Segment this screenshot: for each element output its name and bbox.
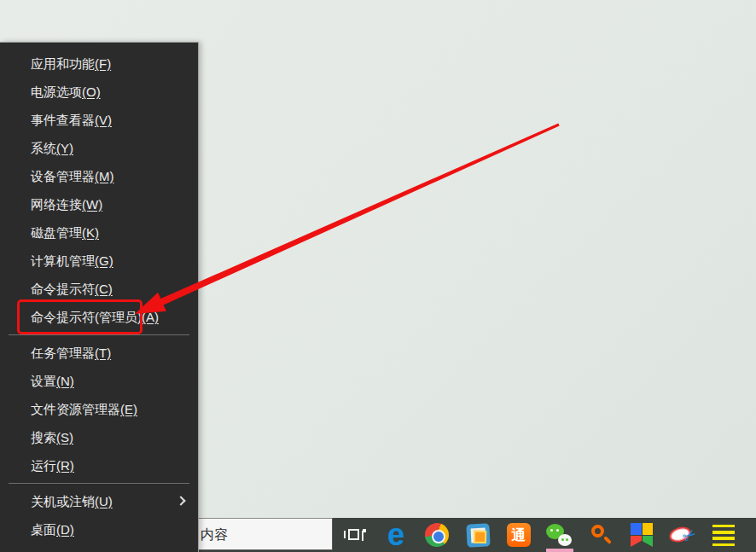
menu-item-R[interactable]: 运行(R) xyxy=(0,451,198,479)
wechat-active-indicator xyxy=(546,549,573,552)
wechat-button[interactable] xyxy=(539,518,580,552)
desktop: { "menu": { "items": [ {"type":"item","l… xyxy=(0,0,756,552)
menu-item-O[interactable]: 电源选项(O) xyxy=(0,78,198,106)
task-view-icon xyxy=(344,526,366,543)
colorful-tiles-icon xyxy=(631,523,653,547)
menu-item-G[interactable]: 计算机管理(G) xyxy=(0,247,198,275)
vmware-button[interactable] xyxy=(457,518,498,552)
winx-menu: 应用和功能(F)电源选项(O)事件查看器(V)系统(Y)设备管理器(M)网络连接… xyxy=(0,42,199,552)
tong-app-button[interactable]: 通 xyxy=(498,518,539,552)
menu-item-S[interactable]: 搜索(S) xyxy=(0,423,198,451)
menu-item-M[interactable]: 设备管理器(M) xyxy=(0,162,198,190)
menu-item-V[interactable]: 事件查看器(V) xyxy=(0,106,198,134)
yellow-lines-icon xyxy=(712,525,735,546)
wechat-icon xyxy=(546,524,573,546)
search-placeholder-text: 内容 xyxy=(201,526,228,544)
menu-separator xyxy=(9,483,189,484)
edge-button[interactable]: e xyxy=(375,518,416,552)
menu-item-K[interactable]: 磁盘管理(K) xyxy=(0,218,198,247)
magnifier-app-button[interactable] xyxy=(580,518,621,552)
menu-item-D[interactable]: 桌面(D) xyxy=(0,515,198,543)
menu-item-A[interactable]: 命令提示符(管理员)(A) xyxy=(0,303,198,331)
menu-item-N[interactable]: 设置(N) xyxy=(0,367,198,395)
menu-separator xyxy=(9,334,189,335)
menu-item-Y[interactable]: 系统(Y) xyxy=(0,134,198,162)
menu-item-T[interactable]: 任务管理器(T) xyxy=(0,339,198,367)
scissors-app-button[interactable]: ✂ xyxy=(662,518,703,552)
magnifier-app-icon xyxy=(589,523,613,547)
chrome-button[interactable] xyxy=(416,518,457,552)
scissors-app-icon: ✂ xyxy=(669,524,696,546)
tong-app-icon: 通 xyxy=(507,523,531,547)
colorful-tiles-button[interactable] xyxy=(621,518,662,552)
yellow-lines-button[interactable] xyxy=(703,518,744,552)
menu-item-U[interactable]: 关机或注销(U) xyxy=(0,487,198,515)
edge-icon: e xyxy=(387,522,404,548)
menu-item-F[interactable]: 应用和功能(F) xyxy=(0,49,198,78)
task-view-button[interactable] xyxy=(334,518,375,552)
chrome-icon xyxy=(425,523,449,547)
menu-item-C[interactable]: 命令提示符(C) xyxy=(0,275,198,303)
menu-item-W[interactable]: 网络连接(W) xyxy=(0,190,198,218)
menu-item-E[interactable]: 文件资源管理器(E) xyxy=(0,395,198,423)
vmware-icon xyxy=(466,523,490,547)
taskbar-icons: e 通 ✂ xyxy=(334,518,744,552)
submenu-chevron-icon xyxy=(176,496,185,505)
